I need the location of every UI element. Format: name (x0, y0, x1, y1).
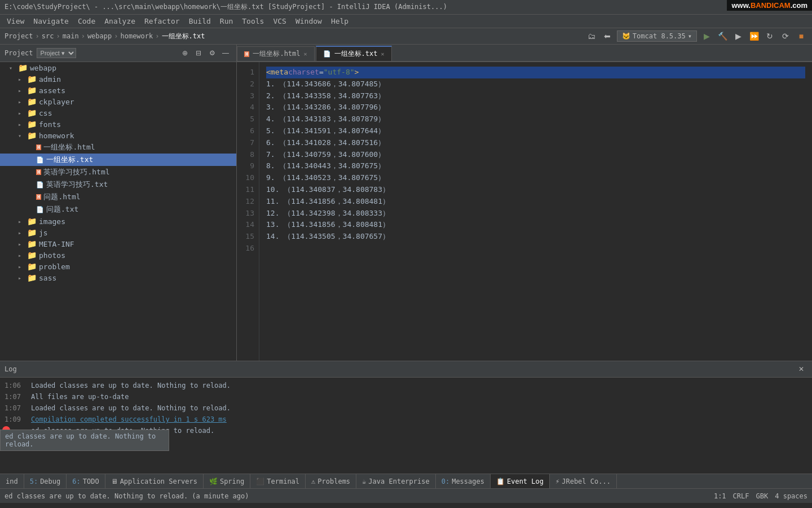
tree-item-admin[interactable]: 📁 admin (0, 73, 236, 85)
build-button[interactable]: 🔨 (716, 30, 729, 42)
tree-item-problem[interactable]: 📁 problem (0, 261, 236, 272)
bottom-tab-problems[interactable]: ⚠ Problems (306, 474, 356, 488)
log-close-button[interactable]: ✕ (795, 363, 807, 375)
tree-item-sass[interactable]: 📁 sass (0, 272, 236, 283)
tree-item-webapp[interactable]: 📁 webapp (0, 62, 236, 73)
breadcrumb-file[interactable]: 一组坐标.txt (162, 32, 205, 41)
rerun-button[interactable]: ⟳ (779, 30, 792, 42)
status-encoding[interactable]: GBK (756, 492, 769, 500)
tree-label-admin: admin (39, 75, 61, 84)
debug-run-button[interactable]: ▶ (732, 30, 744, 42)
bottom-tab-label-problems: Problems (317, 478, 350, 485)
tree-label-homework: homework (39, 132, 74, 140)
panel-minimize-button[interactable]: — (219, 47, 232, 59)
menu-bar: View Navigate Code Analyze Refactor Buil… (0, 15, 812, 28)
status-line-ending[interactable]: CRLF (733, 492, 749, 500)
tree-item-yizutxt[interactable]: 📄 一组坐标.txt (0, 154, 236, 166)
bottom-tab-ind[interactable]: ind (0, 474, 24, 488)
bottom-tab-javaenterprise[interactable]: ☕ Java Enterprise (356, 474, 436, 488)
file-icon-txt-3: 📄 (36, 206, 44, 213)
resume-button[interactable]: ⏩ (748, 30, 760, 42)
code-editor[interactable]: <meta charset="utf-8"> 1. （114.343686，34… (259, 62, 812, 361)
run-button[interactable]: ▶ (700, 30, 713, 42)
breadcrumb-src[interactable]: src (42, 32, 54, 40)
editor-content[interactable]: 1 2 3 4 5 6 7 8 9 10 11 12 13 14 15 16 <… (237, 62, 812, 361)
code-line-11: 10. （114.340837，34.808783） (266, 184, 805, 196)
tree-arrow-problem (18, 264, 25, 270)
tree-item-wentitxt[interactable]: 📄 问题.txt (0, 203, 236, 216)
panel-sync-button[interactable]: ⊕ (179, 47, 191, 59)
stop-button[interactable]: ■ (795, 30, 807, 42)
bottom-tab-label-spring: Spring (220, 478, 244, 485)
tree-label-js: js (39, 229, 48, 237)
menu-vcs[interactable]: VCS (268, 16, 290, 27)
breadcrumb-webapp[interactable]: webapp (87, 32, 112, 40)
log-entry-4: 1:09 Compilation completed successfully … (5, 414, 807, 425)
bottom-tab-label-ind: ind (6, 478, 18, 485)
btn-make-dir[interactable]: 🗂 (585, 30, 598, 42)
code-line-5: 4. （114.343183，34.807879） (266, 113, 805, 125)
menu-run[interactable]: Run (215, 16, 237, 27)
window-title: E:\code\StudyProject\ - ...\src\main\web… (5, 2, 447, 12)
tab-yizuhtml[interactable]: H 一组坐标.html ✕ (237, 46, 315, 61)
update-button[interactable]: ↻ (764, 30, 776, 42)
menu-code[interactable]: Code (73, 16, 100, 27)
panel-collapse-button[interactable]: ⊟ (192, 47, 205, 59)
tree-item-ckplayer[interactable]: 📁 ckplayer (0, 96, 236, 107)
bottom-tab-todo[interactable]: 6: TODO (67, 474, 105, 488)
tree-label-assets: assets (39, 86, 65, 95)
bottom-tab-debug[interactable]: 5: Debug (24, 474, 67, 488)
bottom-tab-appservers[interactable]: 🖥 Application Servers (105, 474, 204, 488)
appservers-icon: 🖥 (111, 478, 118, 485)
bottom-tab-eventlog[interactable]: 📋 Event Log (491, 474, 550, 488)
breadcrumb-project[interactable]: Project (5, 32, 33, 40)
log-panel: Log ✕ 1:06 Loaded classes are up to date… (0, 361, 812, 474)
menu-help[interactable]: Help (326, 16, 353, 27)
scope-selector[interactable]: Project ▾ (37, 48, 76, 58)
folder-icon-admin: 📁 (27, 75, 37, 84)
menu-refactor[interactable]: Refactor (140, 16, 184, 27)
tree-label-fonts: fonts (39, 120, 61, 129)
panel-settings-button[interactable]: ⚙ (206, 47, 218, 59)
status-position[interactable]: 1:1 (714, 492, 726, 500)
tab-close-html[interactable]: ✕ (304, 51, 307, 57)
tab-close-txt[interactable]: ✕ (381, 51, 384, 57)
bottom-tab-spring[interactable]: 🌿 Spring (204, 474, 250, 488)
tree-item-images[interactable]: 📁 images (0, 216, 236, 227)
run-config-selector[interactable]: 🐱 Tomcat 8.5.35 ▾ (617, 30, 697, 42)
tree-item-photos[interactable]: 📁 photos (0, 249, 236, 261)
breadcrumb-main[interactable]: main (63, 32, 79, 40)
log-content[interactable]: 1:06 Loaded classes are up to date. Noth… (0, 378, 812, 474)
bottom-tab-terminal[interactable]: ⬛ Terminal (250, 474, 306, 488)
tree-item-homework[interactable]: 📁 homework (0, 130, 236, 141)
title-bar: E:\code\StudyProject\ - ...\src\main\web… (0, 0, 812, 15)
tree-item-metainf[interactable]: 📁 META-INF (0, 238, 236, 249)
tree-item-wentihtml[interactable]: H 问题.html (0, 191, 236, 203)
menu-navigate[interactable]: Navigate (29, 16, 73, 27)
menu-build[interactable]: Build (184, 16, 215, 27)
folder-icon-images: 📁 (27, 217, 37, 226)
breadcrumb-bar: Project › src › main › webapp › homework… (0, 28, 812, 45)
menu-view[interactable]: View (2, 16, 29, 27)
tab-yizutxt[interactable]: 📄 一组坐标.txt ✕ (316, 46, 392, 61)
status-indent[interactable]: 4 spaces (775, 492, 807, 500)
tree-item-yizuhtml[interactable]: H 一组坐标.html (0, 141, 236, 154)
tree-item-yingyutxt[interactable]: 📄 英语学习技巧.txt (0, 178, 236, 191)
menu-window[interactable]: Window (291, 16, 326, 27)
log-message-4[interactable]: Compilation completed successfully in 1 … (31, 414, 227, 424)
bottom-tab-jrebel[interactable]: ⚡ JRebel Co... (550, 474, 617, 488)
log-time-2: 1:07 (5, 392, 24, 402)
tree-item-fonts[interactable]: 📁 fonts (0, 119, 236, 130)
btn-back[interactable]: ⬅ (601, 30, 614, 42)
menu-analyze[interactable]: Analyze (100, 16, 140, 27)
tree-item-assets[interactable]: 📁 assets (0, 85, 236, 96)
tree-item-yingyuhtml[interactable]: H 英语学习技巧.html (0, 166, 236, 178)
menu-tools[interactable]: Tools (237, 16, 268, 27)
bottom-tab-label-terminal: Terminal (267, 478, 299, 485)
folder-icon-problem: 📁 (27, 262, 37, 271)
folder-icon-fonts: 📁 (27, 120, 37, 129)
tree-item-css[interactable]: 📁 css (0, 107, 236, 119)
breadcrumb-homework[interactable]: homework (120, 32, 153, 40)
bottom-tab-messages[interactable]: 0: Messages (436, 474, 491, 488)
tree-item-js[interactable]: 📁 js (0, 227, 236, 238)
